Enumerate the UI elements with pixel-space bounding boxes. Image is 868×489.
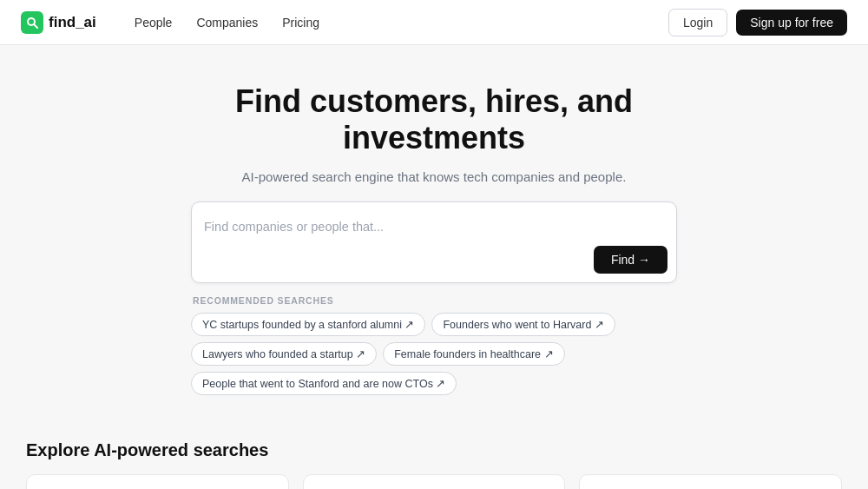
nav-link-companies[interactable]: Companies xyxy=(186,10,268,35)
navbar: find_ai People Companies Pricing Login S… xyxy=(0,0,868,45)
search-footer: Find → xyxy=(204,246,667,274)
nav-actions: Login Sign up for free xyxy=(668,9,847,36)
logo[interactable]: find_ai xyxy=(21,11,96,34)
logo-text: find_ai xyxy=(49,14,96,31)
find-button[interactable]: Find → xyxy=(594,246,667,274)
chip-2[interactable]: Lawyers who founded a startup ↗ xyxy=(191,342,377,366)
chip-4[interactable]: People that went to Stanford and are now… xyxy=(191,372,457,395)
card-2[interactable]: Founders 1828 candidates analyzed • abou… xyxy=(579,474,842,489)
cards-grid: Corporate development 1792 candidates an… xyxy=(26,474,842,489)
chip-3[interactable]: Female founders in healthcare ↗ xyxy=(383,342,564,366)
explore-title: Explore AI-powered searches xyxy=(26,440,842,460)
card-0[interactable]: Corporate development 1792 candidates an… xyxy=(26,474,289,489)
login-button[interactable]: Login xyxy=(668,9,727,36)
chip-0[interactable]: YC startups founded by a stanford alumni… xyxy=(191,313,425,336)
nav-link-pricing[interactable]: Pricing xyxy=(272,10,330,35)
search-input[interactable] xyxy=(204,211,667,246)
nav-links: People Companies Pricing xyxy=(124,10,668,35)
search-box: Find → xyxy=(191,202,677,283)
hero-section: Find customers, hires, and investments A… xyxy=(0,45,868,420)
logo-icon xyxy=(21,11,43,34)
hero-subtitle: AI-powered search engine that knows tech… xyxy=(17,169,851,184)
recommended-searches: RECOMMENDED SEARCHES YC startups founded… xyxy=(191,295,677,395)
card-1[interactable]: Female founders 706 candidates analyzed … xyxy=(303,474,566,489)
explore-section: Explore AI-powered searches Corporate de… xyxy=(0,420,868,489)
svg-line-1 xyxy=(34,24,37,28)
hero-title: Find customers, hires, and investments xyxy=(208,83,660,157)
signup-button[interactable]: Sign up for free xyxy=(736,10,847,36)
recommended-label: RECOMMENDED SEARCHES xyxy=(191,295,677,306)
nav-link-people[interactable]: People xyxy=(124,10,183,35)
chips-container: YC startups founded by a stanford alumni… xyxy=(191,313,677,395)
chip-1[interactable]: Founders who went to Harvard ↗ xyxy=(431,313,615,336)
